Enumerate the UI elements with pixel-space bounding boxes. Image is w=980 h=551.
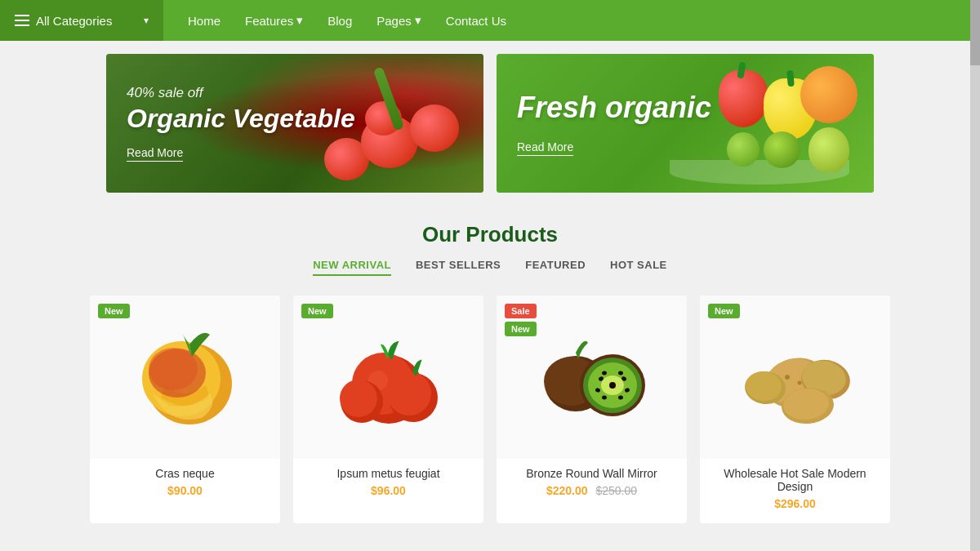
svg-point-3: [149, 348, 198, 390]
badge-new-potato: New: [708, 304, 740, 318]
banners-section: 40% sale off Organic Vegetable Read More…: [0, 41, 980, 206]
nav-blog[interactable]: Blog: [327, 14, 352, 28]
banner-left-read-more[interactable]: Read More: [127, 146, 183, 162]
svg-point-8: [387, 371, 431, 415]
nav-pages[interactable]: Pages ▾: [376, 13, 421, 28]
tab-best-sellers[interactable]: BEST SELLERS: [416, 259, 501, 276]
potatoes-svg: [734, 324, 857, 430]
products-tabs: NEW ARRIVAL BEST SELLERS FEATURED HOT SA…: [90, 259, 890, 276]
svg-point-29: [797, 381, 801, 385]
product-name-mango: Cras neque: [98, 467, 272, 480]
product-price-kiwi: $220.00 $250.00: [497, 484, 687, 497]
tab-hot-sale[interactable]: HOT SALE: [610, 259, 667, 276]
products-section: Our Products NEW ARRIVAL BEST SELLERS FE…: [0, 206, 980, 548]
scrollbar[interactable]: [970, 0, 980, 548]
svg-point-17: [609, 382, 616, 389]
badge-sale-kiwi: Sale: [505, 304, 537, 318]
pages-dropdown-icon: ▾: [415, 13, 421, 28]
badge-new-mango: New: [98, 304, 130, 318]
svg-point-28: [785, 375, 790, 380]
product-name-kiwi: Bronze Round Wall Mirror: [505, 467, 679, 480]
chevron-down-icon: ▾: [144, 15, 149, 26]
nav-home[interactable]: Home: [188, 14, 220, 28]
product-card-mango: New Cras neque $90.0: [90, 295, 280, 523]
products-title: Our Products: [90, 222, 890, 247]
banner-right-text: Fresh organic Read More: [497, 74, 732, 172]
product-card-potato: New: [700, 295, 890, 523]
product-name-tomato: Ipsum metus feugiat: [301, 467, 475, 480]
banner-right-read-more[interactable]: Read More: [517, 140, 573, 156]
product-price-mango: $90.00: [90, 484, 280, 497]
scrollbar-thumb[interactable]: [970, 0, 980, 65]
product-card-tomato: New Ipsum metus: [293, 295, 483, 523]
svg-point-10: [340, 380, 377, 417]
product-card-kiwi: Sale New: [497, 295, 687, 523]
features-dropdown-icon: ▾: [296, 13, 303, 28]
product-name-potato: Wholesale Hot Sale Modern Design: [708, 467, 882, 493]
mango-svg: [128, 320, 243, 434]
banner-left-title: Organic Vegetable: [127, 104, 355, 133]
tab-new-arrival[interactable]: NEW ARRIVAL: [313, 259, 391, 276]
categories-label: All Categories: [36, 14, 137, 28]
product-price-potato: $296.00: [700, 497, 890, 510]
sale-text: 40% sale off: [127, 85, 355, 101]
tomatoes-svg: [327, 320, 450, 434]
banner-right-title: Fresh organic: [517, 91, 711, 125]
banner-left: 40% sale off Organic Vegetable Read More: [106, 54, 483, 193]
banner-left-text: 40% sale off Organic Vegetable Read More: [106, 69, 376, 177]
product-price-tomato: $96.00: [293, 484, 483, 497]
product-image-potato: New: [700, 295, 890, 459]
nav-links: Home Features ▾ Blog Pages ▾ Contact Us: [163, 13, 980, 28]
tab-featured[interactable]: FEATURED: [525, 259, 586, 276]
badge-new-tomato: New: [301, 304, 333, 318]
product-image-kiwi: Sale New: [497, 295, 687, 459]
product-image-tomato: New: [293, 295, 483, 459]
navbar: All Categories ▾ Home Features ▾ Blog Pa…: [0, 0, 980, 41]
product-image-mango: New: [90, 295, 280, 459]
nav-contact[interactable]: Contact Us: [446, 14, 506, 28]
badge-new-kiwi: New: [505, 322, 537, 336]
categories-button[interactable]: All Categories ▾: [0, 0, 163, 41]
kiwi-svg: [531, 320, 653, 434]
nav-features[interactable]: Features ▾: [245, 13, 303, 28]
banner-right: Fresh organic Read More: [497, 54, 874, 193]
products-grid: New Cras neque $90.0: [90, 295, 890, 523]
hamburger-icon: [15, 15, 29, 26]
